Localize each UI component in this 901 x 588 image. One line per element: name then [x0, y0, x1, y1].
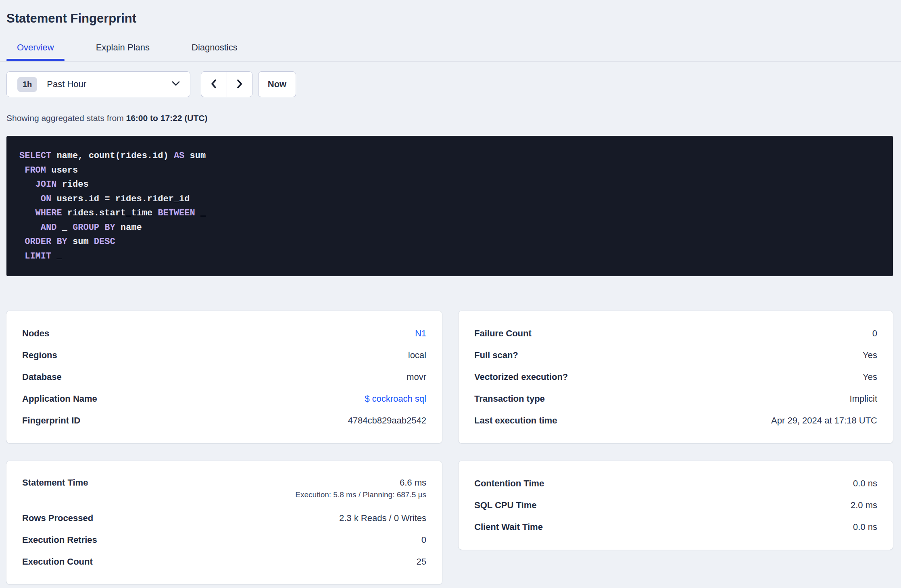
sql-line: AND _ GROUP BY name — [19, 221, 877, 235]
stat-label: Regions — [22, 350, 57, 361]
tab-bar: OverviewExplain PlansDiagnostics — [0, 39, 901, 62]
stat-label: Database — [22, 372, 62, 382]
sql-code-block: SELECT name, count(rides.id) AS sum FROM… — [6, 136, 893, 276]
sql-line: SELECT name, count(rides.id) AS sum — [19, 149, 877, 163]
stat-label: Contention Time — [474, 478, 544, 489]
stat-label: Application Name — [22, 394, 97, 404]
sql-line: WHERE rides.start_time BETWEEN _ — [19, 206, 877, 221]
stat-row: Transaction typeImplicit — [474, 388, 877, 410]
stat-label: Failure Count — [474, 328, 532, 339]
statement-fingerprint-page: Statement Fingerprint OverviewExplain Pl… — [0, 10, 901, 588]
stats-summary: Showing aggregated stats from 16:00 to 1… — [6, 113, 893, 123]
stat-row: Contention Time0.0 ns — [474, 473, 877, 494]
stat-value: 0 — [421, 535, 426, 545]
stat-row: Vectorized execution?Yes — [474, 366, 877, 388]
stat-value: Yes — [863, 372, 877, 382]
stat-value: Implicit — [850, 394, 877, 404]
stat-value: 0.0 ns — [853, 522, 877, 532]
sql-line: LIMIT _ — [19, 249, 877, 264]
stat-label: Rows Processed — [22, 513, 93, 523]
stat-value-wrap: local — [408, 350, 426, 361]
stat-value-wrap: 0 — [872, 328, 877, 339]
stat-row: NodesN1 — [22, 323, 426, 344]
time-interval-picker[interactable]: 1h Past Hour — [6, 71, 190, 97]
stat-row: Full scan?Yes — [474, 344, 877, 366]
stat-row: Fingerprint ID4784cb829aab2542 — [22, 410, 426, 432]
stat-label: Nodes — [22, 328, 49, 339]
cards-row-info: NodesN1RegionslocalDatabasemovrApplicati… — [6, 311, 893, 443]
sql-line: FROM users — [19, 163, 877, 178]
now-button[interactable]: Now — [258, 71, 296, 97]
stat-value-wrap: 2.0 ms — [851, 500, 877, 511]
stat-value-wrap: 6.6 msExecution: 5.8 ms / Planning: 687.… — [295, 477, 426, 499]
stat-row: Regionslocal — [22, 344, 426, 366]
stats-summary-text: Showing aggregated stats from — [6, 113, 126, 123]
stat-value-wrap: N1 — [415, 328, 426, 339]
stat-value-wrap: Yes — [863, 350, 877, 361]
stat-value-wrap: 4784cb829aab2542 — [348, 415, 426, 426]
stat-row: Last execution timeApr 29, 2024 at 17:18… — [474, 410, 877, 432]
execution-attributes-card: Failure Count0Full scan?YesVectorized ex… — [459, 311, 893, 443]
stat-value: 2.0 ms — [851, 500, 877, 511]
statement-info-card: NodesN1RegionslocalDatabasemovrApplicati… — [6, 311, 442, 443]
stat-value-wrap: 0.0 ns — [853, 478, 877, 489]
stat-value: 2.3 k Reads / 0 Writes — [339, 513, 426, 523]
stat-label: Execution Retries — [22, 535, 97, 545]
statement-times-card: Statement Time6.6 msExecution: 5.8 ms / … — [6, 461, 442, 584]
stat-label: Vectorized execution? — [474, 372, 568, 382]
stat-label: Full scan? — [474, 350, 518, 361]
stat-value-link[interactable]: $ cockroach sql — [365, 394, 426, 404]
stat-value: movr — [407, 372, 426, 382]
interval-label: Past Hour — [47, 79, 171, 90]
stats-summary-range: 16:00 to 17:22 (UTC) — [126, 113, 208, 123]
stat-label: Fingerprint ID — [22, 415, 80, 426]
stat-row: Client Wait Time0.0 ns — [474, 516, 877, 538]
sql-line: ORDER BY sum DESC — [19, 235, 877, 249]
stat-value-wrap: movr — [407, 372, 426, 382]
cards-row-times: Statement Time6.6 msExecution: 5.8 ms / … — [6, 461, 893, 584]
stat-value: 25 — [417, 557, 426, 567]
stat-label: Statement Time — [22, 477, 88, 488]
tab-diagnostics[interactable]: Diagnostics — [181, 39, 248, 61]
stat-label: Last execution time — [474, 415, 557, 426]
next-interval-button[interactable] — [227, 72, 252, 97]
stat-value-wrap: Yes — [863, 372, 877, 382]
interval-badge: 1h — [17, 77, 37, 92]
stat-label: Client Wait Time — [474, 522, 543, 532]
prev-interval-button[interactable] — [201, 72, 227, 97]
stat-value-wrap: 0.0 ns — [853, 522, 877, 532]
time-toolbar: 1h Past Hour Now — [6, 71, 893, 97]
tab-explain-plans[interactable]: Explain Plans — [86, 39, 160, 61]
page-title: Statement Fingerprint — [6, 10, 893, 26]
stat-value-wrap: Apr 29, 2024 at 17:18 UTC — [771, 415, 877, 426]
stat-value: 4784cb829aab2542 — [348, 415, 426, 426]
stat-row: Failure Count0 — [474, 323, 877, 344]
stat-label: Execution Count — [22, 557, 93, 567]
stat-row: SQL CPU Time2.0 ms — [474, 494, 877, 516]
chevron-right-icon — [235, 78, 244, 91]
stat-subvalue: Execution: 5.8 ms / Planning: 687.5 µs — [295, 490, 426, 499]
stat-row: Statement Time6.6 msExecution: 5.8 ms / … — [22, 473, 426, 507]
stat-value: Yes — [863, 350, 877, 361]
stat-value: 0 — [872, 328, 877, 339]
stat-value-wrap: 2.3 k Reads / 0 Writes — [339, 513, 426, 523]
stat-value-link[interactable]: N1 — [415, 328, 426, 339]
stat-row: Execution Count25 — [22, 551, 426, 573]
stat-row: Rows Processed2.3 k Reads / 0 Writes — [22, 507, 426, 529]
stat-row: Application Name$ cockroach sql — [22, 388, 426, 410]
stat-value-wrap: 0 — [421, 535, 426, 545]
sql-line: JOIN rides — [19, 177, 877, 192]
stat-row: Execution Retries0 — [22, 529, 426, 551]
stat-value: 6.6 ms — [295, 477, 426, 488]
stat-row: Databasemovr — [22, 366, 426, 388]
tab-overview[interactable]: Overview — [6, 39, 65, 61]
stat-value-wrap: $ cockroach sql — [365, 394, 426, 404]
stat-value-wrap: Implicit — [850, 394, 877, 404]
chevron-left-icon — [209, 78, 218, 91]
chevron-down-icon — [171, 81, 180, 88]
interval-step-group — [201, 71, 252, 97]
stat-label: Transaction type — [474, 394, 545, 404]
stat-value: local — [408, 350, 426, 361]
stat-label: SQL CPU Time — [474, 500, 536, 511]
sql-line: ON users.id = rides.rider_id — [19, 192, 877, 206]
